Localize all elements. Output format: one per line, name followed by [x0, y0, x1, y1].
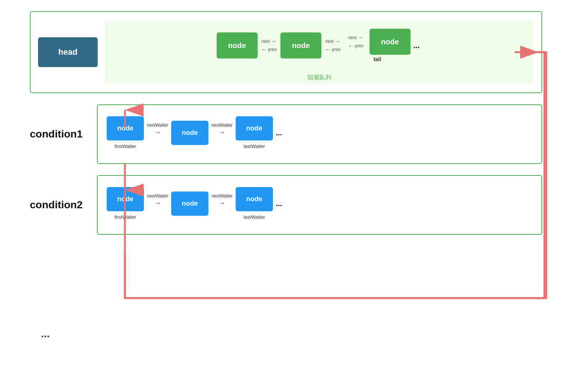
condition1-dots: ...	[276, 129, 282, 137]
tail-label: tail	[374, 56, 381, 62]
condition2-section: condition2 node firstWaiter nextWaiter →…	[30, 175, 542, 235]
condition1-node1-wrapper: node firstWaiter	[107, 116, 144, 149]
tail-wrapper: next → ← prev node tail	[344, 29, 410, 62]
condition2-last-waiter: lastWaiter	[243, 214, 265, 220]
left-arrow-3: ←	[348, 42, 354, 49]
condition2-dots: ...	[276, 199, 282, 208]
condition1-nextwaiter-label-1: nextWaiter	[147, 123, 168, 128]
condition2-node1: node	[107, 187, 144, 211]
prev-label-2: prev	[332, 47, 340, 52]
right-arrow-3: →	[357, 34, 363, 41]
condition2-node3-wrapper: node lastWaiter	[236, 187, 273, 220]
arrow-group-2: next → ← prev	[325, 38, 340, 53]
next-label-3: next	[348, 35, 357, 40]
prev-label-1: prev	[268, 47, 277, 52]
arrow-group-3: next → ← prev	[348, 34, 363, 49]
left-arrow-1: ←	[261, 46, 267, 53]
prev-label-3: prev	[355, 43, 363, 48]
condition2-nextwaiter-label-2: nextWaiter	[211, 193, 233, 199]
condition2-node2: node	[171, 192, 208, 216]
right-arrow-1: →	[271, 38, 277, 45]
condition2-waiter-row: node firstWaiter nextWaiter → node nextW…	[107, 187, 532, 220]
condition2-nextwaiter-1: nextWaiter →	[147, 193, 168, 207]
blocking-queue-label: 阻塞队列	[308, 74, 331, 82]
condition1-arrow-1: →	[154, 129, 161, 136]
bottom-dots: ...	[41, 328, 50, 340]
left-arrow-2: ←	[325, 46, 331, 53]
condition1-nextwaiter-1: nextWaiter →	[147, 123, 168, 136]
next-label-1: next	[261, 39, 270, 44]
condition1-nextwaiter-2: nextWaiter →	[211, 123, 233, 136]
condition1-node3: node	[236, 116, 273, 140]
prev-arrow-2: ← prev	[325, 46, 340, 53]
condition2-box: node firstWaiter nextWaiter → node nextW…	[97, 175, 542, 235]
next-label-2: next	[325, 39, 334, 44]
head-label: head	[58, 47, 77, 57]
condition2-nextwaiter-label-1: nextWaiter	[147, 193, 168, 199]
condition1-first-waiter: firstWaiter	[114, 143, 136, 149]
arrow-group-1: next → ← prev	[261, 38, 277, 53]
right-arrow-2: →	[334, 38, 340, 45]
condition1-nextwaiter-label-2: nextWaiter	[211, 123, 233, 128]
condition2-label: condition2	[30, 199, 89, 211]
condition1-waiter-row: node firstWaiter nextWaiter → node nextW…	[107, 116, 532, 149]
condition1-label: condition1	[30, 128, 89, 140]
condition2-node1-wrapper: node firstWaiter	[107, 187, 144, 220]
top-dots: ...	[414, 41, 420, 50]
next-arrow-2: next →	[325, 38, 340, 45]
green-node-2: node	[280, 32, 321, 59]
blocking-queue-nodes-row: node next → ← prev node	[217, 29, 423, 62]
condition1-last-waiter: lastWaiter	[243, 143, 265, 149]
condition1-arrow-2: →	[219, 129, 225, 136]
condition2-first-waiter: firstWaiter	[114, 214, 136, 220]
condition1-box: node firstWaiter nextWaiter → node nextW…	[97, 104, 542, 164]
prev-arrow-1: ← prev	[261, 46, 277, 53]
green-node-3: node	[370, 29, 411, 55]
main-container: head node next → ← prev	[30, 11, 542, 370]
condition2-arrow-1: →	[154, 199, 161, 207]
condition1-node2: node	[171, 121, 208, 145]
condition1-node3-wrapper: node lastWaiter	[236, 116, 273, 149]
green-node-1: node	[217, 32, 258, 59]
condition2-node2-wrapper: node	[171, 192, 208, 216]
condition2-arrow-2: →	[219, 199, 225, 207]
condition2-nextwaiter-2: nextWaiter →	[211, 193, 233, 207]
condition2-node3: node	[236, 187, 273, 211]
condition1-node1: node	[107, 116, 144, 140]
head-node: head	[38, 37, 98, 67]
next-arrow-1: next →	[261, 38, 277, 45]
blocking-queue-section: head node next → ← prev	[30, 11, 542, 93]
blocking-queue-area: node next → ← prev node	[105, 20, 534, 84]
condition1-section: condition1 node firstWaiter nextWaiter →…	[30, 104, 542, 164]
condition1-node2-wrapper: node	[171, 121, 208, 145]
next-arrow-3: next →	[348, 34, 364, 41]
prev-arrow-3: ← prev	[348, 42, 363, 49]
